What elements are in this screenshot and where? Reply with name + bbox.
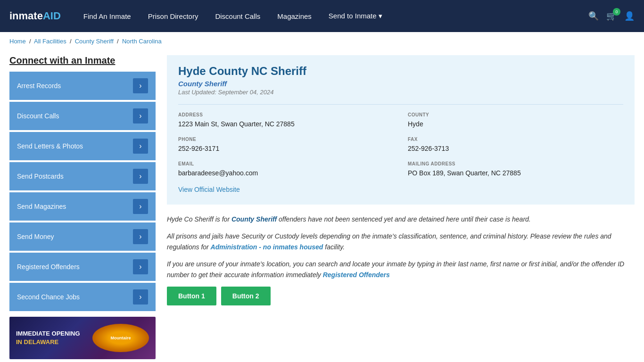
desc-para2: All prisons and jails have Security or C…	[167, 231, 635, 252]
desc-registered-offenders-link[interactable]: Registered Offenders	[323, 271, 390, 279]
facility-description: Hyde Co Sheriff is for County Sheriff of…	[167, 214, 635, 280]
sidebar-item-registered-offenders[interactable]: Registered Offenders ›	[9, 253, 156, 281]
address-field: ADDRESS 1223 Main St, Swan Quarter, NC 2…	[178, 112, 394, 129]
sidebar-item-send-letters[interactable]: Send Letters & Photos ›	[9, 132, 156, 160]
desc-para3: If you are unsure of your inmate’s locat…	[167, 259, 635, 280]
facility-updated: Last Updated: September 04, 2024	[178, 89, 623, 96]
arrow-icon-4: ›	[133, 199, 148, 214]
arrow-icon-3: ›	[133, 169, 148, 184]
main-layout: Connect with an Inmate Arrest Records › …	[0, 50, 644, 362]
bottom-buttons: Button 1 Button 2	[167, 287, 635, 305]
desc-para3-text: If you are unsure of your inmate’s locat…	[167, 260, 624, 278]
sidebar-label-send-money: Send Money	[17, 233, 54, 240]
sidebar: Connect with an Inmate Arrest Records › …	[9, 55, 156, 359]
desc-para1: Hyde Co Sheriff is for County Sheriff of…	[167, 214, 635, 224]
sidebar-title: Connect with an Inmate	[9, 55, 156, 66]
official-website-link[interactable]: View Official Website	[178, 186, 240, 193]
cart-icon[interactable]: 🛒 0	[606, 11, 617, 21]
phone-label: PHONE	[178, 137, 394, 142]
ad-line1: IMMEDIATE OPENING	[16, 329, 80, 338]
breadcrumb: Home / All Facilities / County Sheriff /…	[0, 32, 644, 50]
desc-admin-link[interactable]: Administration - no inmates housed	[211, 243, 323, 251]
cart-badge: 0	[613, 8, 620, 16]
email-field: EMAIL barbaradeese@yahoo.com	[178, 161, 394, 178]
arrow-icon-0: ›	[133, 78, 148, 93]
bottom-button-1[interactable]: Button 1	[167, 287, 216, 305]
ad-logo-text: Mountaire	[110, 336, 131, 340]
sidebar-label-send-magazines: Send Magazines	[17, 203, 66, 210]
desc-para1-suffix: offenders have not been sentenced yet an…	[277, 215, 531, 223]
county-value: Hyde	[408, 119, 623, 129]
search-icon[interactable]: 🔍	[588, 11, 599, 21]
logo-text: inmateAID	[9, 10, 61, 22]
main-content: Hyde County NC Sheriff County Sheriff La…	[167, 55, 635, 359]
arrow-icon-7: ›	[133, 289, 148, 304]
desc-para2-suffix: facility.	[323, 243, 345, 251]
desc-para1-prefix: Hyde Co Sheriff is for	[167, 215, 231, 223]
header-right: 🔍 🛒 0 👤	[588, 11, 635, 21]
main-nav: Find An Inmate Prison Directory Discount…	[75, 12, 588, 20]
facility-name: Hyde County NC Sheriff	[178, 65, 623, 78]
nav-send-to-inmate[interactable]: Send to Inmate ▾	[320, 12, 391, 20]
email-value: barbaradeese@yahoo.com	[178, 168, 394, 178]
arrow-icon-1: ›	[133, 108, 148, 123]
facility-info-grid: ADDRESS 1223 Main St, Swan Quarter, NC 2…	[178, 104, 623, 178]
sidebar-item-send-postcards[interactable]: Send Postcards ›	[9, 162, 156, 190]
sidebar-item-second-chance-jobs[interactable]: Second Chance Jobs ›	[9, 283, 156, 311]
sidebar-item-send-magazines[interactable]: Send Magazines ›	[9, 192, 156, 221]
sidebar-item-arrest-records[interactable]: Arrest Records ›	[9, 72, 156, 100]
bottom-button-2[interactable]: Button 2	[221, 287, 271, 305]
nav-discount-calls[interactable]: Discount Calls	[206, 12, 269, 20]
breadcrumb-home[interactable]: Home	[9, 38, 26, 45]
desc-county-sheriff-bold: County Sheriff	[231, 215, 277, 223]
logo[interactable]: inmateAID	[9, 10, 61, 22]
sidebar-ad[interactable]: IMMEDIATE OPENING IN DELAWARE Mountaire	[9, 317, 156, 359]
main-header: inmateAID Find An Inmate Prison Director…	[0, 0, 644, 32]
ad-line2: IN DELAWARE	[16, 338, 80, 346]
email-label: EMAIL	[178, 161, 394, 166]
ad-logo: Mountaire	[92, 324, 149, 352]
county-field: COUNTY Hyde	[408, 112, 623, 129]
sidebar-label-second-chance-jobs: Second Chance Jobs	[17, 293, 80, 301]
breadcrumb-all-facilities[interactable]: All Facilities	[34, 38, 66, 45]
mailing-value: PO Box 189, Swan Quarter, NC 27885	[408, 168, 623, 178]
sidebar-label-send-letters: Send Letters & Photos	[17, 142, 83, 150]
arrow-icon-6: ›	[133, 259, 148, 274]
facility-card: Hyde County NC Sheriff County Sheriff La…	[167, 55, 635, 205]
sidebar-menu: Arrest Records › Discount Calls › Send L…	[9, 72, 156, 311]
mailing-label: MAILING ADDRESS	[408, 161, 623, 166]
sidebar-item-discount-calls[interactable]: Discount Calls ›	[9, 102, 156, 130]
phone-value: 252-926-3171	[178, 144, 394, 154]
sidebar-label-send-postcards: Send Postcards	[17, 173, 64, 180]
phone-field: PHONE 252-926-3171	[178, 137, 394, 154]
nav-find-inmate[interactable]: Find An Inmate	[75, 12, 140, 20]
county-label: COUNTY	[408, 112, 623, 117]
user-icon[interactable]: 👤	[624, 11, 635, 21]
fax-label: FAX	[408, 137, 623, 142]
nav-prison-directory[interactable]: Prison Directory	[140, 12, 207, 20]
arrow-icon-5: ›	[133, 229, 148, 244]
breadcrumb-county-sheriff[interactable]: County Sheriff	[75, 38, 114, 45]
arrow-icon-2: ›	[133, 139, 148, 154]
nav-magazines[interactable]: Magazines	[269, 12, 320, 20]
sidebar-label-arrest-records: Arrest Records	[17, 82, 61, 90]
sidebar-label-discount-calls: Discount Calls	[17, 112, 59, 120]
fax-field: FAX 252-926-3713	[408, 137, 623, 154]
fax-value: 252-926-3713	[408, 144, 623, 154]
ad-text: IMMEDIATE OPENING IN DELAWARE	[16, 329, 80, 346]
sidebar-label-registered-offenders: Registered Offenders	[17, 263, 80, 271]
address-value: 1223 Main St, Swan Quarter, NC 27885	[178, 119, 394, 129]
address-label: ADDRESS	[178, 112, 394, 117]
sidebar-item-send-money[interactable]: Send Money ›	[9, 222, 156, 251]
breadcrumb-state[interactable]: North Carolina	[122, 38, 162, 45]
mailing-field: MAILING ADDRESS PO Box 189, Swan Quarter…	[408, 161, 623, 178]
facility-type: County Sheriff	[178, 80, 623, 88]
